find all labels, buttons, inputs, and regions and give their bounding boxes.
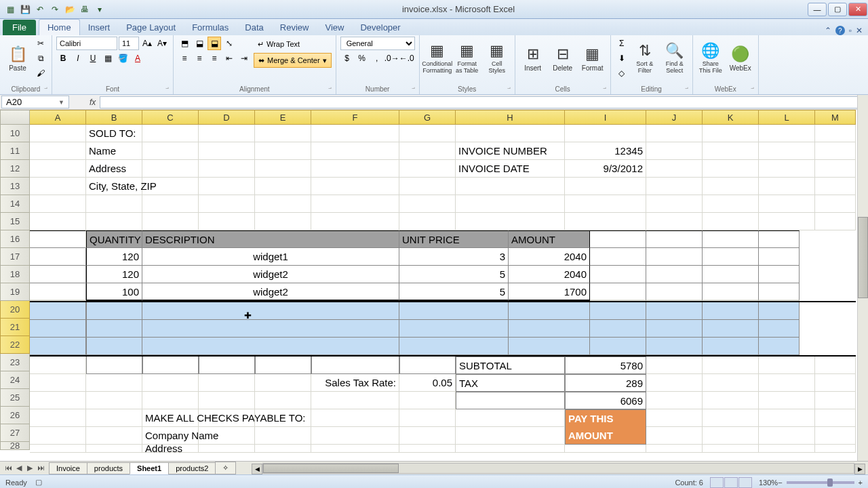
underline-button[interactable]: U [86, 52, 100, 65]
window-restore-icon[interactable]: ▫ [849, 26, 852, 35]
align-middle-button[interactable]: ⬓ [193, 37, 206, 50]
bold-button[interactable]: B [56, 52, 70, 65]
delete-cells-button[interactable]: ⊟Delete [549, 37, 576, 80]
comma-button[interactable]: , [370, 52, 384, 65]
tab-pagelayout[interactable]: Page Layout [118, 20, 184, 35]
align-top-button[interactable]: ⬒ [178, 37, 191, 50]
row-header-14[interactable]: 14 [0, 195, 30, 213]
zoom-slider[interactable] [787, 481, 854, 484]
row-header-27[interactable]: 27 [0, 424, 30, 442]
vertical-scrollbar[interactable] [857, 95, 868, 461]
scroll-right-button[interactable]: ▶ [854, 464, 865, 474]
col-header-I[interactable]: I [565, 110, 646, 125]
insert-cells-button[interactable]: ⊞Insert [519, 37, 547, 80]
find-select-button[interactable]: 🔍Find & Select [661, 37, 688, 80]
format-cells-button[interactable]: ▦Format [579, 37, 606, 80]
select-all-corner[interactable] [0, 110, 30, 125]
sort-filter-button[interactable]: ⇅Sort & Filter [631, 37, 658, 80]
minimize-button[interactable]: — [808, 3, 827, 16]
cell-I11[interactable]: 12345 [565, 142, 646, 160]
font-size-input[interactable] [119, 37, 139, 50]
cell-I26[interactable]: PAY THIS [565, 409, 646, 427]
redo-icon[interactable]: ↷ [49, 3, 61, 16]
italic-button[interactable]: I [71, 52, 85, 65]
minimize-ribbon-icon[interactable]: ⌃ [825, 26, 831, 35]
align-right-button[interactable]: ≡ [208, 52, 221, 65]
col-header-G[interactable]: G [399, 110, 456, 125]
tab-review[interactable]: Review [272, 20, 317, 35]
pagelayout-view-button[interactable] [724, 477, 738, 488]
row-header-11[interactable]: 11 [0, 142, 30, 160]
row-header-19[interactable]: 19 [0, 283, 30, 301]
selected-rows[interactable] [30, 301, 856, 357]
shrink-font-button[interactable]: A▾ [155, 37, 169, 50]
sheet-tab-sheet1[interactable]: Sheet1 [130, 462, 169, 474]
tab-insert[interactable]: Insert [80, 20, 119, 35]
cell-I27[interactable]: AMOUNT [565, 427, 646, 445]
close-button[interactable]: ✕ [848, 3, 867, 16]
row-header-26[interactable]: 26 [0, 407, 30, 424]
pagebreak-view-button[interactable] [738, 477, 752, 488]
col-header-D[interactable]: D [199, 110, 255, 125]
tab-home[interactable]: Home [39, 19, 80, 35]
row-header-13[interactable]: 13 [0, 178, 30, 195]
font-name-input[interactable] [56, 37, 117, 50]
row-header-25[interactable]: 25 [0, 389, 30, 407]
zoom-level[interactable]: 130% [759, 479, 778, 487]
cell-B11[interactable]: Name [86, 142, 142, 160]
align-center-button[interactable]: ≡ [193, 52, 206, 65]
col-header-C[interactable]: C [142, 110, 199, 125]
decrease-indent-button[interactable]: ⇤ [222, 52, 236, 65]
horizontal-scrollbar[interactable]: ◀ ▶ [262, 463, 854, 474]
cell-H23[interactable]: SUBTOTAL [456, 357, 565, 374]
cell-desc-17[interactable]: widget1 [142, 248, 399, 266]
format-painter-button[interactable]: 🖌 [34, 66, 47, 80]
cell-H18[interactable]: 5 [399, 266, 509, 283]
fill-color-button[interactable]: 🪣 [116, 52, 130, 65]
decrease-decimal-button[interactable]: ←.0 [400, 52, 414, 65]
format-as-table-button[interactable]: ▦Format as Table [454, 37, 481, 80]
worksheet-grid[interactable]: A B C D E F G H I J K L M 10111213141516… [0, 110, 868, 461]
col-header-K[interactable]: K [703, 110, 759, 125]
cell-desc-header[interactable]: DESCRIPTION [142, 230, 399, 248]
last-sheet-button[interactable]: ⏭ [35, 464, 46, 472]
cell-qty-header[interactable]: QUANTITY [86, 230, 142, 248]
cell-I18[interactable]: 2040 [509, 266, 590, 283]
row-header-16[interactable]: 16 [0, 230, 30, 248]
zoom-thumb[interactable] [827, 479, 833, 487]
row-header-28[interactable]: 28 [0, 442, 30, 450]
cell-desc-19[interactable]: widget2 [142, 283, 399, 301]
col-header-L[interactable]: L [759, 110, 815, 125]
copy-button[interactable]: ⧉ [34, 52, 47, 65]
row-header-21[interactable]: 21 [0, 319, 30, 336]
normal-view-button[interactable] [710, 477, 724, 488]
cell-H12[interactable]: INVOICE DATE [456, 160, 565, 178]
row-header-12[interactable]: 12 [0, 160, 30, 178]
cut-button[interactable]: ✂ [34, 37, 47, 50]
cell-B17[interactable]: 120 [86, 248, 142, 266]
first-sheet-button[interactable]: ⏮ [3, 464, 14, 472]
cell-B19[interactable]: 100 [86, 283, 142, 301]
col-header-J[interactable]: J [646, 110, 703, 125]
formula-input[interactable] [100, 96, 859, 108]
cell-H11[interactable]: INVOICE NUMBER [456, 142, 565, 160]
cell-B18[interactable]: 120 [86, 266, 142, 283]
webex-button[interactable]: 🟢WebEx [727, 37, 754, 80]
cell-I23[interactable]: 5780 [565, 357, 646, 374]
cell-B10[interactable]: SOLD TO: [86, 125, 142, 142]
grow-font-button[interactable]: A▴ [140, 37, 154, 50]
font-color-button[interactable]: A [131, 52, 144, 65]
sheet-tab-invoice[interactable]: Invoice [49, 462, 87, 474]
open-icon[interactable]: 📂 [64, 3, 76, 16]
macro-record-icon[interactable]: ▢ [35, 478, 42, 487]
qat-more-icon[interactable]: ▾ [94, 3, 106, 16]
new-sheet-button[interactable]: ✧ [215, 462, 236, 474]
cell-C28[interactable]: Address [142, 445, 199, 453]
clear-button[interactable]: ◇ [615, 66, 629, 80]
cell-H19[interactable]: 5 [399, 283, 509, 301]
accounting-button[interactable]: $ [340, 52, 354, 65]
scroll-left-button[interactable]: ◀ [252, 464, 262, 474]
sheet-tab-products2[interactable]: products2 [168, 462, 216, 474]
cell-unit-header[interactable]: UNIT PRICE [399, 230, 509, 248]
vscroll-thumb[interactable] [858, 217, 868, 298]
